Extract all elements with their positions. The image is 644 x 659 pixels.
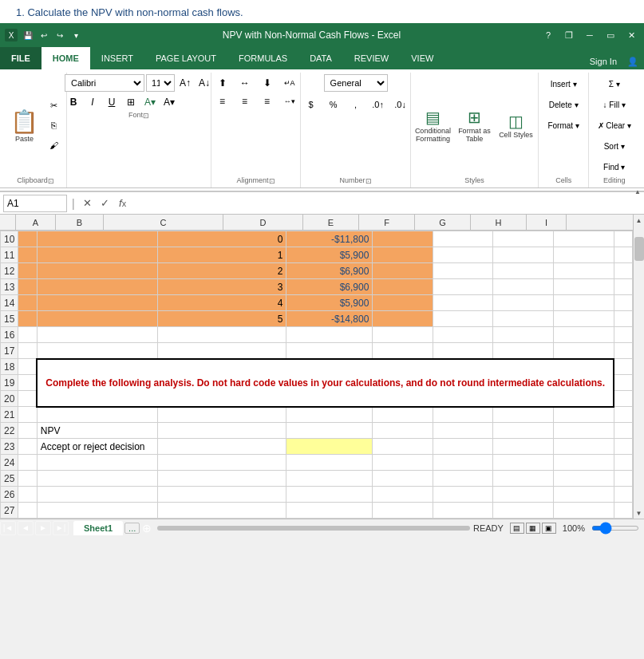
cell-h27[interactable] bbox=[553, 503, 614, 519]
sheet-first-button[interactable]: |◄ bbox=[0, 521, 16, 535]
customize-quick-btn[interactable]: ▾ bbox=[69, 28, 83, 42]
row-num-23[interactable]: 23 bbox=[1, 439, 18, 455]
cell-b13[interactable] bbox=[37, 279, 157, 295]
cell-i13[interactable] bbox=[614, 279, 632, 295]
insert-cells-button[interactable]: Insert ▾ bbox=[541, 74, 586, 93]
format-table-button[interactable]: ⊞ Format as Table bbox=[454, 105, 494, 146]
row-num-17[interactable]: 17 bbox=[1, 343, 18, 359]
cell-e12[interactable] bbox=[373, 263, 433, 279]
cell-e11[interactable] bbox=[373, 247, 433, 263]
comma-button[interactable]: , bbox=[346, 95, 366, 114]
cell-g21[interactable] bbox=[493, 407, 554, 423]
tab-view[interactable]: VIEW bbox=[400, 47, 444, 69]
cell-h17[interactable] bbox=[553, 343, 614, 359]
cell-f12[interactable] bbox=[433, 263, 493, 279]
cell-e21[interactable] bbox=[373, 407, 433, 423]
fill-color-button[interactable]: A▾ bbox=[141, 93, 159, 111]
cell-a14[interactable] bbox=[18, 295, 37, 311]
increase-font-button[interactable]: A↑ bbox=[176, 74, 194, 92]
cell-d25[interactable] bbox=[286, 471, 373, 487]
cell-c11[interactable]: 1 bbox=[157, 247, 286, 263]
row-num-25[interactable]: 25 bbox=[1, 471, 18, 487]
cell-b15[interactable] bbox=[37, 311, 157, 327]
cell-styles-button[interactable]: ◫ Cell Styles bbox=[496, 105, 535, 146]
cell-h21[interactable] bbox=[553, 407, 614, 423]
cell-f21[interactable] bbox=[433, 407, 493, 423]
copy-button[interactable]: ⎘ bbox=[44, 116, 65, 135]
tab-insert[interactable]: INSERT bbox=[90, 47, 144, 69]
row-num-19[interactable]: 19 bbox=[1, 375, 18, 391]
sheet-prev-button[interactable]: ◄ bbox=[18, 521, 34, 535]
scroll-down-button[interactable]: ▼ bbox=[634, 507, 644, 519]
cell-e14[interactable] bbox=[373, 295, 433, 311]
cell-h22[interactable] bbox=[553, 423, 614, 439]
redo-quick-btn[interactable]: ↪ bbox=[53, 28, 67, 42]
scroll-up-button[interactable]: ▲ bbox=[634, 215, 644, 226]
cell-d13[interactable]: $6,900 bbox=[286, 279, 373, 295]
row-num-13[interactable]: 13 bbox=[1, 279, 18, 295]
cell-h11[interactable] bbox=[553, 247, 614, 263]
cell-g11[interactable] bbox=[493, 247, 554, 263]
cell-a15[interactable] bbox=[18, 311, 37, 327]
cell-g15[interactable] bbox=[493, 311, 554, 327]
cell-a11[interactable] bbox=[18, 247, 37, 263]
cell-f14[interactable] bbox=[433, 295, 493, 311]
cell-h23[interactable] bbox=[553, 439, 614, 455]
cell-b25[interactable] bbox=[37, 471, 157, 487]
page-break-view-button[interactable]: ▣ bbox=[542, 523, 556, 534]
font-size-select[interactable]: 11 bbox=[146, 74, 175, 92]
cell-f13[interactable] bbox=[433, 279, 493, 295]
cell-c23[interactable] bbox=[157, 439, 286, 455]
formula-input[interactable] bbox=[134, 195, 641, 212]
cell-c22[interactable] bbox=[157, 423, 286, 439]
cut-button[interactable]: ✂ bbox=[44, 96, 65, 115]
cell-g10[interactable] bbox=[493, 231, 554, 247]
font-color-button[interactable]: A▾ bbox=[160, 93, 178, 111]
cell-f15[interactable] bbox=[433, 311, 493, 327]
align-left-button[interactable]: ≡ bbox=[212, 93, 233, 110]
tab-review[interactable]: REVIEW bbox=[343, 47, 400, 69]
cell-f27[interactable] bbox=[433, 503, 493, 519]
cell-d15[interactable]: -$14,800 bbox=[286, 311, 373, 327]
cell-e16[interactable] bbox=[373, 327, 433, 343]
cell-c26[interactable] bbox=[157, 487, 286, 503]
cell-c24[interactable] bbox=[157, 455, 286, 471]
cell-a16[interactable] bbox=[18, 327, 37, 343]
conditional-formatting-button[interactable]: ▤ Conditional Formatting bbox=[413, 105, 452, 146]
cell-e24[interactable] bbox=[373, 455, 433, 471]
cell-i22[interactable] bbox=[614, 423, 632, 439]
col-header-c[interactable]: C bbox=[104, 215, 223, 230]
cell-g27[interactable] bbox=[493, 503, 554, 519]
cell-g26[interactable] bbox=[493, 487, 554, 503]
cell-h25[interactable] bbox=[553, 471, 614, 487]
cell-a17[interactable] bbox=[18, 343, 37, 359]
cell-e17[interactable] bbox=[373, 343, 433, 359]
align-right-button[interactable]: ≡ bbox=[257, 93, 278, 110]
cell-d16[interactable] bbox=[286, 327, 373, 343]
cell-c13[interactable]: 3 bbox=[157, 279, 286, 295]
cell-a13[interactable] bbox=[18, 279, 37, 295]
cell-c21[interactable] bbox=[157, 407, 286, 423]
cell-h10[interactable] bbox=[553, 231, 614, 247]
cell-c10[interactable]: 0 bbox=[157, 231, 286, 247]
font-expand-icon[interactable]: ⊡ bbox=[143, 112, 149, 120]
cell-d10[interactable]: -$11,800 bbox=[286, 231, 373, 247]
cell-a27[interactable] bbox=[18, 503, 37, 519]
row-num-26[interactable]: 26 bbox=[1, 487, 18, 503]
row-num-14[interactable]: 14 bbox=[1, 295, 18, 311]
cell-f16[interactable] bbox=[433, 327, 493, 343]
cell-a10[interactable] bbox=[18, 231, 37, 247]
increase-decimal-button[interactable]: .0↑ bbox=[368, 95, 389, 114]
cell-i14[interactable] bbox=[614, 295, 632, 311]
add-sheet-button[interactable]: ⊕ bbox=[140, 521, 154, 535]
col-header-f[interactable]: F bbox=[359, 215, 415, 230]
cell-f24[interactable] bbox=[433, 455, 493, 471]
row-num-11[interactable]: 11 bbox=[1, 247, 18, 263]
cell-h16[interactable] bbox=[553, 327, 614, 343]
col-header-e[interactable]: E bbox=[303, 215, 359, 230]
cell-c16[interactable] bbox=[157, 327, 286, 343]
border-button[interactable]: ⊞ bbox=[122, 93, 140, 111]
row-num-15[interactable]: 15 bbox=[1, 311, 18, 327]
alignment-expand-icon[interactable]: ⊡ bbox=[269, 177, 275, 185]
col-header-h[interactable]: H bbox=[471, 215, 527, 230]
